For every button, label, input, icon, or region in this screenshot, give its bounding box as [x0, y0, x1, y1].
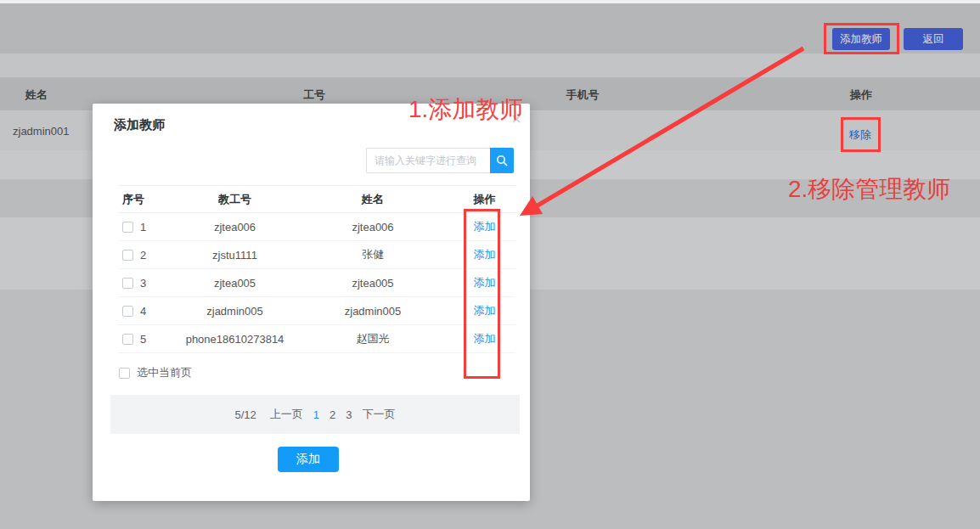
toolbar-gap-band — [0, 53, 980, 77]
select-current-page-checkbox[interactable] — [119, 368, 130, 379]
row-staff-id: zjtea005 — [177, 277, 292, 290]
page-number-2[interactable]: 2 — [329, 408, 335, 421]
row-checkbox[interactable] — [122, 222, 133, 233]
row-checkbox[interactable] — [122, 250, 133, 261]
search-button[interactable] — [490, 148, 514, 173]
search-icon — [496, 155, 508, 166]
row-name: zjadmin005 — [292, 305, 453, 318]
next-page-link[interactable]: 下一页 — [363, 407, 396, 422]
row-staff-id: zjadmin005 — [177, 305, 292, 318]
col-header-staff-id: 教工号 — [177, 192, 292, 207]
row-index: 1 — [140, 221, 146, 234]
row-name: zjtea006 — [292, 221, 453, 234]
bg-col-header-name: 姓名 — [25, 87, 48, 103]
table-row: 3 zjtea005 zjtea005 添加 — [118, 269, 515, 297]
prev-page-link[interactable]: 上一页 — [270, 407, 303, 422]
row-index: 4 — [140, 305, 146, 318]
page-info: 5/12 — [234, 408, 256, 421]
search-input[interactable] — [366, 148, 490, 173]
add-teacher-modal: 添加教师 × 序号 教工号 姓名 操作 1 zjtea006 zjtea006 … — [93, 104, 530, 501]
modal-add-button[interactable]: 添加 — [278, 447, 339, 472]
add-link[interactable]: 添加 — [474, 332, 496, 345]
bg-col-header-action: 操作 — [839, 87, 883, 103]
back-button[interactable]: 返回 — [904, 28, 963, 50]
table-row: 5 phone18610273814 赵国光 添加 — [118, 325, 515, 353]
col-header-action: 操作 — [453, 192, 515, 207]
close-icon[interactable]: × — [511, 110, 521, 127]
table-row: 2 zjstu1111 张健 添加 — [118, 241, 515, 269]
remove-link[interactable]: 移除 — [843, 127, 877, 143]
row-staff-id: zjstu1111 — [177, 249, 292, 262]
row-index: 2 — [140, 249, 146, 262]
search-bar — [366, 148, 514, 173]
modal-teacher-table: 序号 教工号 姓名 操作 1 zjtea006 zjtea006 添加 2 zj… — [118, 185, 515, 353]
add-link[interactable]: 添加 — [474, 276, 496, 289]
modal-table-header-row: 序号 教工号 姓名 操作 — [118, 185, 515, 213]
select-current-page-label: 选中当前页 — [137, 365, 192, 380]
page-number-1[interactable]: 1 — [313, 408, 319, 421]
row-name: zjtea005 — [292, 277, 453, 290]
row-index: 5 — [140, 333, 146, 346]
pagination: 5/12 上一页 1 2 3 下一页 — [110, 395, 520, 434]
row-name: 张健 — [292, 247, 453, 262]
table-row: 1 zjtea006 zjtea006 添加 — [118, 213, 515, 241]
row-name: 赵国光 — [292, 331, 453, 346]
add-link[interactable]: 添加 — [474, 220, 496, 233]
modal-title: 添加教师 — [114, 117, 165, 133]
bg-row-name-cell: zjadmin001 — [13, 125, 70, 138]
bg-col-header-staff-id: 工号 — [293, 87, 335, 103]
add-link[interactable]: 添加 — [474, 248, 496, 261]
row-checkbox[interactable] — [122, 306, 133, 317]
row-checkbox[interactable] — [122, 334, 133, 345]
col-header-index: 序号 — [118, 192, 177, 207]
table-row: 4 zjadmin005 zjadmin005 添加 — [118, 297, 515, 325]
col-header-name: 姓名 — [292, 192, 453, 207]
row-staff-id: zjtea006 — [177, 221, 292, 234]
row-index: 3 — [140, 277, 146, 290]
add-teacher-button[interactable]: 添加教师 — [832, 28, 890, 50]
row-staff-id: phone18610273814 — [177, 333, 292, 346]
row-checkbox[interactable] — [122, 278, 133, 289]
page-number-3[interactable]: 3 — [346, 408, 352, 421]
add-link[interactable]: 添加 — [474, 304, 496, 317]
select-current-page: 选中当前页 — [119, 365, 192, 380]
bg-col-header-phone: 手机号 — [550, 87, 615, 103]
